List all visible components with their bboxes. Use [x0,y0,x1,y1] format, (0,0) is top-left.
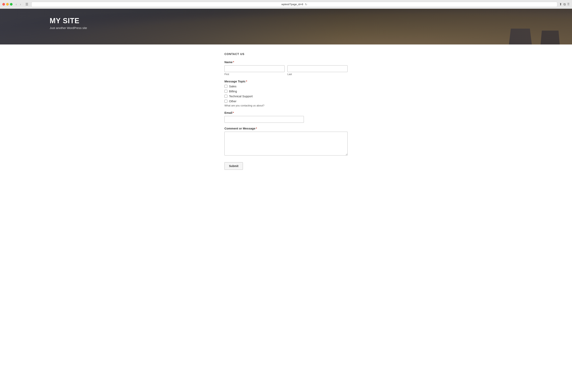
email-required-star: * [233,111,234,114]
back-button[interactable]: ‹ [15,2,18,7]
checkbox-item-other[interactable]: Other [224,99,348,103]
email-label: Email* [224,111,348,114]
share-button[interactable]: ⬆ [559,2,562,6]
message-topic-label: Message Topic* [224,80,348,83]
first-name-input[interactable] [224,65,285,72]
site-header: MY SITE Just another WordPress site [0,9,572,45]
nav-buttons: ‹ › [15,2,22,7]
checkbox-technical-support[interactable] [224,95,227,98]
site-tagline: Just another WordPress site [50,26,572,30]
checkbox-item-sales[interactable]: Sales [224,85,348,88]
comment-field-group: Comment or Message* [224,127,348,156]
checkbox-label-other: Other [229,99,237,103]
checkbox-label-sales: Sales [229,85,237,88]
checkbox-group: Sales Billing Technical Support Oth [224,85,348,103]
extensions-button[interactable]: ⠿ [567,2,570,6]
comment-label: Comment or Message* [224,127,348,130]
name-label: Name* [224,60,348,64]
topic-required-star: * [246,80,247,83]
browser-chrome: ‹ › ☰ wptest/?page_id=8 ↻ ⬆ ⧉ ⠿ [0,0,572,9]
first-name-label: First [224,73,285,76]
traffic-lights [2,3,13,6]
maximize-button[interactable] [10,3,13,6]
name-field-group: Name* First Last [224,60,348,76]
main-content: CONTACT US Name* First Last [0,45,572,182]
last-name-wrap: Last [287,65,348,76]
url-text: wptest/?page_id=8 [281,3,303,6]
checkbox-billing[interactable] [224,90,227,93]
message-topic-field-group: Message Topic* Sales Billing [224,80,348,107]
last-name-label: Last [287,73,348,76]
checkbox-label-billing: Billing [229,90,237,93]
form-title: CONTACT US [224,52,348,56]
header-content: MY SITE Just another WordPress site [0,9,572,30]
name-required-star: * [233,60,234,64]
email-input[interactable] [224,116,304,123]
checkbox-label-technical-support: Technical Support [229,94,253,98]
checkbox-sales[interactable] [224,85,227,88]
email-field-group: Email* [224,111,348,123]
checkbox-item-technical-support[interactable]: Technical Support [224,94,348,98]
checkbox-other[interactable] [224,100,227,103]
contact-form: Name* First Last [224,60,348,170]
comment-required-star: * [256,127,257,130]
last-name-input[interactable] [287,65,348,72]
name-fields-row: First Last [224,65,348,76]
checkbox-item-billing[interactable]: Billing [224,90,348,93]
site-title: MY SITE [50,17,572,25]
minimize-button[interactable] [6,3,9,6]
forward-button[interactable]: › [19,2,22,7]
browser-actions: ⬆ ⧉ ⠿ [559,2,570,6]
first-name-wrap: First [224,65,285,76]
address-bar[interactable]: wptest/?page_id=8 ↻ [31,2,557,7]
sidebar-toggle-button[interactable]: ☰ [24,2,29,7]
new-tab-button[interactable]: ⧉ [563,2,566,6]
submit-button[interactable]: Submit [224,162,243,170]
site-wrapper: MY SITE Just another WordPress site CONT… [0,9,572,392]
comment-textarea[interactable] [224,132,348,156]
reload-button[interactable]: ↻ [305,3,307,6]
form-container: CONTACT US Name* First Last [221,52,351,170]
topic-hint: What are you contacting us about? [224,104,348,107]
close-button[interactable] [2,3,5,6]
